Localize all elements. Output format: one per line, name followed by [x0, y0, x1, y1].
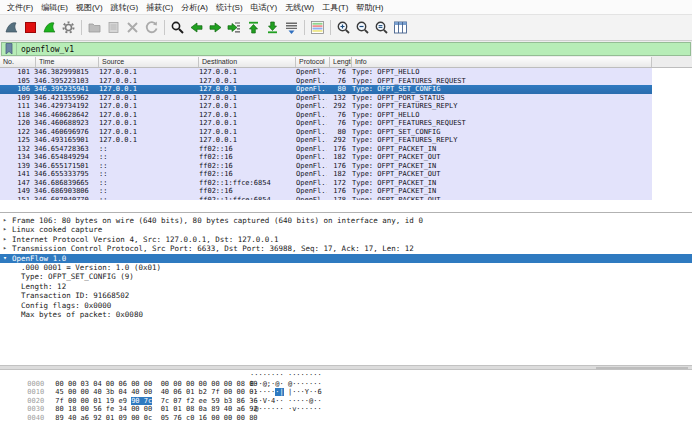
hex-row[interactable]: 00207f 00 00 01 19 e9 90 7c 7c 07 f2 ee …: [0, 388, 692, 397]
expander-icon[interactable]: ▸: [0, 216, 12, 225]
menu-item[interactable]: 帮助(H): [352, 2, 387, 13]
expander-icon[interactable]: [0, 263, 12, 272]
menu-item[interactable]: 分析(A): [177, 2, 212, 13]
restart-capture-icon: [42, 20, 57, 35]
expander-icon[interactable]: ▸: [0, 244, 12, 253]
packet-row[interactable]: 118 346.460628642 127.0.0.1 127.0.0.1 Op…: [0, 111, 652, 120]
packet-info: Type: OFPT_HELLO: [349, 111, 419, 120]
packet-row[interactable]: 106 346.395235941 127.0.0.1 127.0.0.1 Op…: [0, 85, 652, 94]
menu-item[interactable]: 统计(S): [212, 2, 247, 13]
packet-length: 80: [327, 85, 349, 94]
column-header-time[interactable]: Time: [36, 57, 99, 67]
packet-length: 76: [327, 68, 349, 77]
pane-splitter[interactable]: [0, 365, 692, 370]
zoom-out-button[interactable]: [353, 17, 372, 38]
packet-protocol: OpenFl..: [293, 136, 327, 145]
hex-row[interactable]: 004089 40 a6 92 01 09 00 0c 05 76 c0 16 …: [0, 405, 692, 414]
display-filter-input[interactable]: openflow_v1: [1, 42, 691, 56]
column-header-source[interactable]: Source: [99, 57, 199, 67]
packet-source: ::: [96, 153, 196, 162]
start-capture-icon: [4, 20, 19, 35]
menu-item[interactable]: 工具(T): [318, 2, 352, 13]
packet-row[interactable]: 105 346.395223103 127.0.0.1 127.0.0.1 Op…: [0, 77, 652, 86]
auto-scroll-button[interactable]: [282, 17, 301, 38]
packet-row[interactable]: 101 346.382999815 127.0.0.1 127.0.0.1 Op…: [0, 68, 652, 77]
save-file-button[interactable]: [104, 17, 123, 38]
detail-line[interactable]: ▸ Transmission Control Protocol, Src Por…: [0, 244, 692, 253]
detail-line[interactable]: ▸ Internet Protocol Version 4, Src: 127.…: [0, 235, 692, 244]
detail-line[interactable]: Transaction ID: 91668502: [0, 291, 692, 300]
packet-length: 182: [327, 170, 349, 179]
packet-row[interactable]: 141 346.655333795 :: ff02::16 OpenFl.. 1…: [0, 170, 652, 179]
detail-line[interactable]: Length: 12: [0, 282, 692, 291]
packet-length: 176: [327, 162, 349, 171]
reload-button[interactable]: [142, 17, 161, 38]
column-header-destination[interactable]: Destination: [199, 57, 296, 67]
menu-item[interactable]: 文件(F): [3, 2, 37, 13]
open-file-button[interactable]: [85, 17, 104, 38]
filter-bookmark-icon[interactable]: [2, 43, 17, 55]
packet-no: 118: [0, 111, 33, 120]
go-to-packet-button[interactable]: [225, 17, 244, 38]
detail-line[interactable]: .000 0001 = Version: 1.0 (0x01): [0, 263, 692, 272]
menu-item[interactable]: 捕获(C): [142, 2, 177, 13]
detail-line[interactable]: Max bytes of packet: 0x0080: [0, 310, 692, 319]
stop-capture-button[interactable]: [21, 17, 40, 38]
packet-row[interactable]: 125 346.493165901 127.0.0.1 127.0.0.1 Op…: [0, 136, 652, 145]
packet-row[interactable]: 120 346.460688923 127.0.0.1 127.0.0.1 Op…: [0, 119, 652, 128]
scrollbar-handle[interactable]: [596, 367, 688, 369]
colorize-button[interactable]: [308, 17, 327, 38]
menu-item[interactable]: 编辑(E): [37, 2, 72, 13]
detail-line[interactable]: Type: OFPT_SET_CONFIG (9): [0, 272, 692, 281]
column-header-length[interactable]: Length: [330, 57, 352, 67]
resize-columns-button[interactable]: [391, 17, 410, 38]
packet-row[interactable]: 151 346.687040770 :: ff02::1:ffce:6854 O…: [0, 196, 652, 201]
detail-line[interactable]: ▸ Frame 106: 80 bytes on wire (640 bits)…: [0, 216, 692, 225]
restart-capture-button[interactable]: [40, 17, 59, 38]
packet-row[interactable]: 147 346.686839665 :: ff02::1:ffce:6854 O…: [0, 179, 652, 188]
packet-source: 127.0.0.1: [96, 119, 196, 128]
go-first-button[interactable]: [244, 17, 263, 38]
column-header-no[interactable]: No.: [0, 57, 36, 67]
capture-options-button[interactable]: [59, 17, 78, 38]
hex-row[interactable]: 003080 18 00 56 fe 34 00 00 01 01 08 0a …: [0, 397, 692, 406]
detail-line[interactable]: ▾ OpenFlow 1.0: [0, 254, 692, 263]
expander-icon[interactable]: ▾: [0, 254, 12, 263]
packet-row[interactable]: 109 346.421355962 127.0.0.1 127.0.0.1 Op…: [0, 94, 652, 103]
detail-line[interactable]: Config flags: 0x0000: [0, 301, 692, 310]
zoom-in-button[interactable]: [334, 17, 353, 38]
zoom-original-button[interactable]: [372, 17, 391, 38]
expander-icon[interactable]: [0, 272, 12, 281]
close-file-button[interactable]: [123, 17, 142, 38]
detail-line[interactable]: ▸ Linux cooked capture: [0, 225, 692, 234]
column-header-protocol[interactable]: Protocol: [296, 57, 330, 67]
column-header-info[interactable]: Info: [352, 57, 652, 67]
go-back-button[interactable]: [187, 17, 206, 38]
expander-icon[interactable]: [0, 291, 12, 300]
packet-row[interactable]: 134 346.654849294 :: ff02::16 OpenFl.. 1…: [0, 153, 652, 162]
auto-scroll-icon: [284, 20, 299, 35]
packet-row[interactable]: 149 346.686903806 :: ff02::16 OpenFl.. 1…: [0, 187, 652, 196]
packet-row[interactable]: 139 346.655171501 :: ff02::16 OpenFl.. 1…: [0, 162, 652, 171]
expander-icon[interactable]: [0, 301, 12, 310]
go-last-button[interactable]: [263, 17, 282, 38]
zoom-out-icon: [355, 20, 370, 35]
menu-item[interactable]: 无线(W): [281, 2, 318, 13]
menu-item[interactable]: 视图(V): [72, 2, 107, 13]
packet-row[interactable]: 111 346.429734192 127.0.0.1 127.0.0.1 Op…: [0, 102, 652, 111]
expander-icon[interactable]: [0, 310, 12, 319]
go-forward-button[interactable]: [206, 17, 225, 38]
hex-row[interactable]: 000000 00 03 04 00 06 00 00 00 00 00 00 …: [0, 371, 692, 380]
detail-text: Transaction ID: 91668502: [12, 291, 129, 300]
menu-item[interactable]: 电话(Y): [247, 2, 282, 13]
start-capture-button[interactable]: [2, 17, 21, 38]
menu-item[interactable]: 跳转(G): [107, 2, 143, 13]
expander-icon[interactable]: [0, 282, 12, 291]
find-packet-button[interactable]: [168, 17, 187, 38]
expander-icon[interactable]: ▸: [0, 235, 12, 244]
go-back-icon: [189, 20, 204, 35]
packet-row[interactable]: 122 346.460696976 127.0.0.1 127.0.0.1 Op…: [0, 128, 652, 137]
hex-row[interactable]: 001045 00 00 40 3b 04 40 00 40 06 01 b2 …: [0, 380, 692, 389]
expander-icon[interactable]: ▸: [0, 225, 12, 234]
packet-row[interactable]: 132 346.654728363 :: ff02::16 OpenFl.. 1…: [0, 145, 652, 154]
